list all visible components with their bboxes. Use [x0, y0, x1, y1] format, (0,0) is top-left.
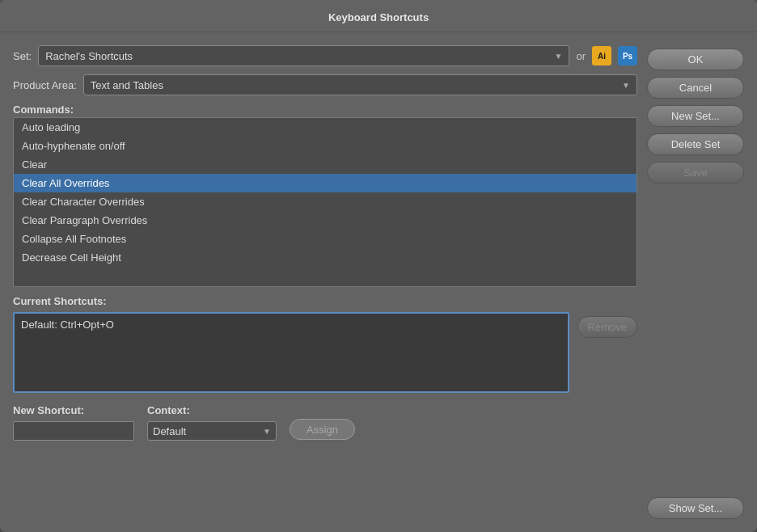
commands-list[interactable]: Auto leadingAuto-hyphenate on/offClearCl… — [13, 117, 637, 287]
context-section: Context: Default ▼ — [147, 404, 277, 441]
command-item[interactable]: Decrease Cell Height — [14, 248, 636, 267]
ok-button[interactable]: OK — [647, 49, 744, 70]
new-shortcut-section: New Shortcut: — [13, 404, 134, 441]
context-value: Default — [153, 425, 263, 437]
set-label: Set: — [13, 50, 32, 62]
remove-button-container: Remove — [577, 316, 637, 338]
left-panel: Set: Rachel's Shortcuts ▼ or Ai Ps Produ… — [13, 45, 637, 519]
set-row: Set: Rachel's Shortcuts ▼ or Ai Ps — [13, 45, 637, 66]
dialog-title: Keyboard Shortcuts — [0, 0, 757, 32]
command-item[interactable]: Auto-hyphenate on/off — [14, 137, 636, 155]
current-shortcuts-label: Current Shortcuts: — [13, 295, 569, 307]
product-area-dropdown[interactable]: Text and Tables ▼ — [83, 74, 637, 95]
context-label: Context: — [147, 404, 277, 416]
context-dropdown[interactable]: Default ▼ — [147, 421, 277, 441]
remove-button[interactable]: Remove — [577, 316, 637, 338]
shortcuts-value: Default: Ctrl+Opt+O — [21, 319, 114, 331]
new-shortcut-input[interactable] — [13, 421, 134, 441]
new-shortcut-label: New Shortcut: — [13, 404, 134, 416]
commands-label: Commands: — [13, 103, 637, 116]
set-dropdown-arrow-icon: ▼ — [555, 52, 563, 61]
product-area-arrow-icon: ▼ — [622, 81, 630, 90]
content-area: Set: Rachel's Shortcuts ▼ or Ai Ps Produ… — [0, 32, 757, 532]
show-set-button[interactable]: Show Set... — [647, 497, 744, 519]
new-set-button[interactable]: New Set... — [647, 105, 744, 127]
shortcuts-row: Current Shortcuts: Default: Ctrl+Opt+O R… — [13, 295, 637, 393]
command-item[interactable]: Clear Character Overrides — [14, 192, 636, 211]
assign-button[interactable]: Assign — [290, 419, 355, 440]
set-dropdown[interactable]: Rachel's Shortcuts ▼ — [38, 45, 569, 66]
delete-set-button[interactable]: Delete Set — [647, 133, 744, 155]
shortcuts-box: Default: Ctrl+Opt+O — [13, 312, 569, 393]
product-area-value: Text and Tables — [91, 79, 622, 91]
right-panel: OK Cancel New Set... Delete Set Save Sho… — [647, 45, 744, 519]
commands-section: Commands: Auto leadingAuto-hyphenate on/… — [13, 103, 637, 287]
current-shortcuts-section: Current Shortcuts: Default: Ctrl+Opt+O — [13, 295, 569, 393]
command-item[interactable]: Clear Paragraph Overrides — [14, 211, 636, 230]
set-dropdown-text: Rachel's Shortcuts — [45, 50, 551, 62]
command-item[interactable]: Collapse All Footnotes — [14, 230, 636, 248]
product-area-row: Product Area: Text and Tables ▼ — [13, 74, 637, 95]
keyboard-shortcuts-dialog: Keyboard Shortcuts Set: Rachel's Shortcu… — [0, 0, 757, 532]
command-item[interactable]: Clear All Overrides — [14, 174, 636, 192]
product-area-label: Product Area: — [13, 79, 77, 91]
ps-icon-button[interactable]: Ps — [618, 46, 637, 65]
command-item[interactable]: Clear — [14, 155, 636, 174]
command-item[interactable]: Auto leading — [14, 118, 636, 137]
ai-icon-button[interactable]: Ai — [592, 46, 611, 65]
bottom-row: New Shortcut: Context: Default ▼ Assign — [13, 404, 637, 441]
save-button[interactable]: Save — [647, 162, 744, 184]
cancel-button[interactable]: Cancel — [647, 77, 744, 99]
context-arrow-icon: ▼ — [263, 427, 271, 436]
or-text: or — [576, 50, 586, 62]
